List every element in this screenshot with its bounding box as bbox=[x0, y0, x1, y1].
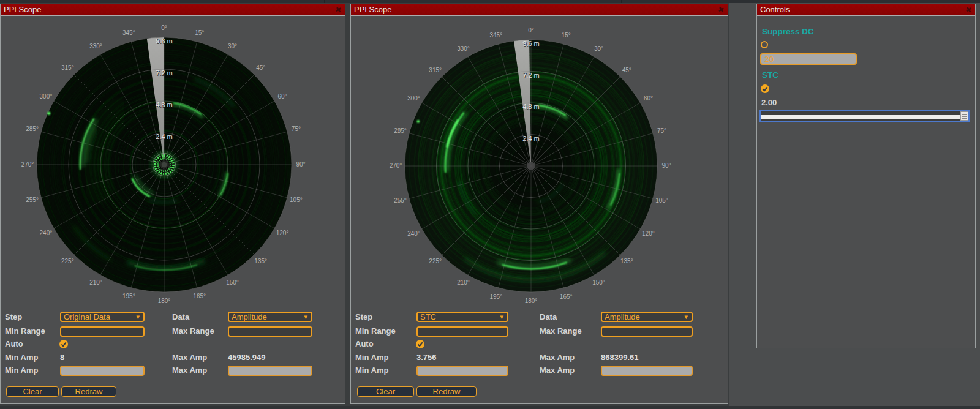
svg-text:225°: 225° bbox=[61, 258, 74, 265]
svg-text:345°: 345° bbox=[489, 32, 502, 39]
svg-text:165°: 165° bbox=[193, 293, 206, 299]
svg-text:195°: 195° bbox=[489, 293, 502, 300]
svg-text:60°: 60° bbox=[278, 93, 287, 100]
svg-text:180°: 180° bbox=[158, 298, 171, 304]
svg-text:2.4 m: 2.4 m bbox=[522, 135, 540, 142]
svg-text:90°: 90° bbox=[662, 162, 671, 169]
svg-text:210°: 210° bbox=[457, 279, 470, 286]
svg-text:315°: 315° bbox=[61, 64, 74, 71]
svg-text:45°: 45° bbox=[622, 67, 631, 73]
svg-text:120°: 120° bbox=[276, 230, 289, 236]
svg-text:285°: 285° bbox=[26, 126, 39, 132]
svg-text:75°: 75° bbox=[657, 127, 666, 134]
svg-text:9.6 m: 9.6 m bbox=[522, 40, 540, 47]
svg-text:7.2 m: 7.2 m bbox=[156, 69, 173, 77]
svg-text:9.6 m: 9.6 m bbox=[156, 37, 173, 45]
svg-text:60°: 60° bbox=[644, 95, 653, 102]
svg-text:330°: 330° bbox=[457, 45, 470, 52]
svg-text:300°: 300° bbox=[40, 93, 53, 100]
svg-text:300°: 300° bbox=[407, 95, 420, 102]
svg-text:210°: 210° bbox=[89, 279, 102, 286]
svg-text:120°: 120° bbox=[642, 230, 655, 237]
svg-text:45°: 45° bbox=[256, 64, 265, 71]
svg-text:0°: 0° bbox=[528, 27, 534, 34]
svg-text:105°: 105° bbox=[655, 197, 668, 204]
svg-text:150°: 150° bbox=[592, 279, 605, 286]
svg-text:0°: 0° bbox=[161, 24, 167, 31]
svg-text:270°: 270° bbox=[21, 161, 34, 168]
svg-text:15°: 15° bbox=[562, 32, 571, 39]
svg-text:315°: 315° bbox=[429, 67, 442, 73]
svg-text:180°: 180° bbox=[525, 298, 538, 304]
svg-text:7.2 m: 7.2 m bbox=[522, 72, 540, 79]
svg-text:30°: 30° bbox=[228, 43, 237, 50]
svg-text:255°: 255° bbox=[26, 197, 39, 203]
svg-text:30°: 30° bbox=[594, 45, 603, 52]
svg-text:225°: 225° bbox=[429, 258, 442, 265]
svg-text:2.4 m: 2.4 m bbox=[156, 133, 173, 140]
svg-text:90°: 90° bbox=[296, 161, 305, 168]
svg-text:150°: 150° bbox=[226, 279, 239, 286]
svg-text:195°: 195° bbox=[123, 293, 135, 299]
svg-text:4.8 m: 4.8 m bbox=[156, 101, 173, 108]
svg-text:330°: 330° bbox=[89, 43, 102, 50]
svg-text:105°: 105° bbox=[290, 197, 303, 203]
svg-text:165°: 165° bbox=[560, 293, 573, 300]
svg-text:345°: 345° bbox=[123, 29, 135, 36]
svg-text:135°: 135° bbox=[254, 258, 267, 265]
svg-text:4.8 m: 4.8 m bbox=[522, 103, 540, 110]
svg-text:75°: 75° bbox=[292, 126, 301, 132]
svg-text:285°: 285° bbox=[394, 127, 407, 134]
svg-text:270°: 270° bbox=[390, 162, 402, 169]
svg-text:240°: 240° bbox=[40, 230, 53, 236]
svg-text:15°: 15° bbox=[195, 29, 204, 36]
svg-text:135°: 135° bbox=[620, 258, 633, 265]
svg-text:240°: 240° bbox=[407, 230, 420, 237]
svg-text:255°: 255° bbox=[394, 197, 407, 204]
